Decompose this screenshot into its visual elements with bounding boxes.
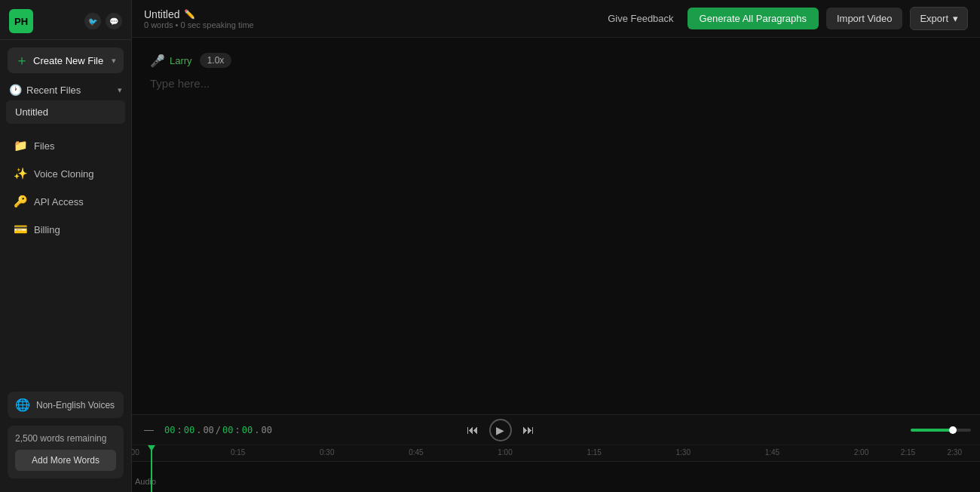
sidebar-item-files-label: Files xyxy=(34,140,54,152)
create-label: Create New File xyxy=(33,55,103,66)
sidebar-bottom: 🌐 Non-English Voices 2,500 words remaini… xyxy=(0,384,131,492)
transport-controls: ⏮ ▶ ⏭ xyxy=(462,419,539,441)
volume-area xyxy=(911,429,971,432)
give-feedback-button[interactable]: Give Feedback xyxy=(602,10,679,27)
timeline-ruler: 0:000:150:300:451:001:151:301:452:002:15… xyxy=(132,445,980,462)
sidebar-item-voice-cloning[interactable]: ✨ Voice Cloning xyxy=(5,160,127,187)
sidebar-item-voice-cloning-label: Voice Cloning xyxy=(34,168,94,180)
skip-forward-button[interactable]: ⏭ xyxy=(518,420,539,440)
export-button[interactable]: Export ▾ xyxy=(910,7,968,30)
voice-chip[interactable]: 🎤 Larry xyxy=(150,54,192,68)
playhead-indicator xyxy=(148,445,155,451)
words-remaining: 2,500 words remaining xyxy=(15,433,116,444)
create-new-file-button[interactable]: ＋ Create New File ▾ xyxy=(8,48,124,73)
bottom-controls: — 00 : 00 . 00 / 00 : 00 . 00 ⏮ ▶ ⏭ xyxy=(132,414,980,492)
ruler-tick: 1:15 xyxy=(586,448,601,457)
topbar: Untitled ✏️ 0 words • 0 sec speaking tim… xyxy=(132,0,980,38)
type-here-placeholder[interactable]: Type here... xyxy=(150,77,962,90)
ruler-tick: 0:45 xyxy=(409,448,423,457)
time-dot1: . xyxy=(196,425,201,435)
clock-icon: 🕐 xyxy=(9,84,22,96)
sparkle-icon: ✨ xyxy=(14,167,28,180)
ruler-tick: 2:00 xyxy=(854,448,868,457)
timeline[interactable]: 0:000:150:300:451:001:151:301:452:002:15… xyxy=(132,445,980,492)
sidebar-item-api-access-label: API Access xyxy=(34,196,84,208)
skip-back-button[interactable]: ⏮ xyxy=(462,420,483,440)
sidebar-header: PH 🐦 💬 xyxy=(0,0,131,40)
time-colon1: : xyxy=(176,425,182,435)
recent-files-label: Recent Files xyxy=(26,85,81,96)
mute-button[interactable]: — xyxy=(141,423,157,437)
nav-items: 📁 Files ✨ Voice Cloning 🔑 API Access 💳 B… xyxy=(0,131,131,244)
translate-icon: 🌐 xyxy=(15,398,30,412)
time-total-h: 00 xyxy=(222,425,233,435)
time-colon2: : xyxy=(235,425,240,435)
speed-badge[interactable]: 1.0x xyxy=(200,53,232,68)
topbar-title-area: Untitled ✏️ 0 words • 0 sec speaking tim… xyxy=(144,8,254,29)
time-display: 00 : 00 . 00 / 00 : 00 . 00 xyxy=(164,425,272,435)
time-dot2: . xyxy=(254,425,259,435)
ruler-tick: 2:15 xyxy=(901,448,915,457)
app-logo: PH xyxy=(9,9,33,33)
export-chevron-icon: ▾ xyxy=(953,13,958,24)
volume-slider[interactable] xyxy=(911,429,971,432)
ruler-tick: 1:00 xyxy=(498,448,512,457)
discord-icon[interactable]: 💬 xyxy=(106,13,122,29)
edit-title-icon[interactable]: ✏️ xyxy=(184,9,195,20)
non-english-label: Non-English Voices xyxy=(36,400,115,411)
chevron-down-icon: ▾ xyxy=(118,85,122,95)
recent-file-item[interactable]: Untitled xyxy=(6,100,125,124)
play-button[interactable]: ▶ xyxy=(489,419,512,441)
transport-bar: — 00 : 00 . 00 / 00 : 00 . 00 ⏮ ▶ ⏭ xyxy=(132,415,980,445)
volume-fill xyxy=(911,429,953,432)
time-current-ms: 00 xyxy=(203,425,213,435)
plus-icon: ＋ xyxy=(15,54,29,67)
volume-knob xyxy=(949,426,957,434)
time-separator: / xyxy=(216,425,221,435)
social-icons: 🐦 💬 xyxy=(84,13,122,29)
export-label: Export xyxy=(920,13,948,24)
twitter-icon[interactable]: 🐦 xyxy=(84,13,101,29)
title-text: Untitled xyxy=(144,8,179,20)
sidebar-item-api-access[interactable]: 🔑 API Access xyxy=(5,188,127,215)
non-english-voices-button[interactable]: 🌐 Non-English Voices xyxy=(8,392,124,418)
voice-selector: 🎤 Larry 1.0x xyxy=(150,53,962,68)
topbar-meta: 0 words • 0 sec speaking time xyxy=(144,20,254,29)
ruler-tick: 1:30 xyxy=(676,448,691,457)
topbar-actions: Give Feedback Generate All Paragraphs Im… xyxy=(602,7,968,30)
folder-icon: 📁 xyxy=(14,139,28,152)
ruler-tick: 1:45 xyxy=(765,448,779,457)
ruler-tick: 0:15 xyxy=(231,448,245,457)
add-words-button[interactable]: Add More Words xyxy=(15,450,116,471)
document-title: Untitled ✏️ xyxy=(144,8,254,20)
generate-all-paragraphs-button[interactable]: Generate All Paragraphs xyxy=(688,8,819,29)
time-total-m: 00 xyxy=(242,425,253,435)
main-content: Untitled ✏️ 0 words • 0 sec speaking tim… xyxy=(132,0,980,492)
ruler-tick: 0:00 xyxy=(132,448,139,457)
editor-area[interactable]: 🎤 Larry 1.0x Type here... xyxy=(132,38,980,414)
sidebar-item-billing-label: Billing xyxy=(34,224,60,235)
time-total-ms: 00 xyxy=(261,425,271,435)
recent-files-header[interactable]: 🕐 Recent Files ▾ xyxy=(0,78,131,99)
timeline-track-area: Audio xyxy=(132,462,980,492)
track-label: Audio xyxy=(135,477,156,486)
import-video-button[interactable]: Import Video xyxy=(826,8,902,29)
ruler-tick: 2:30 xyxy=(948,448,962,457)
chevron-down-icon: ▾ xyxy=(112,56,116,66)
words-box: 2,500 words remaining Add More Words xyxy=(8,426,124,478)
billing-icon: 💳 xyxy=(14,223,28,236)
sidebar: PH 🐦 💬 ＋ Create New File ▾ 🕐 Recent File… xyxy=(0,0,132,492)
ruler-tick: 0:30 xyxy=(320,448,334,457)
time-current-m: 00 xyxy=(184,425,194,435)
time-current-h: 00 xyxy=(164,425,175,435)
voice-icon: 🎤 xyxy=(150,54,165,68)
voice-name: Larry xyxy=(170,55,192,66)
sidebar-item-billing[interactable]: 💳 Billing xyxy=(5,216,127,243)
key-icon: 🔑 xyxy=(14,195,28,208)
sidebar-item-files[interactable]: 📁 Files xyxy=(5,132,127,159)
